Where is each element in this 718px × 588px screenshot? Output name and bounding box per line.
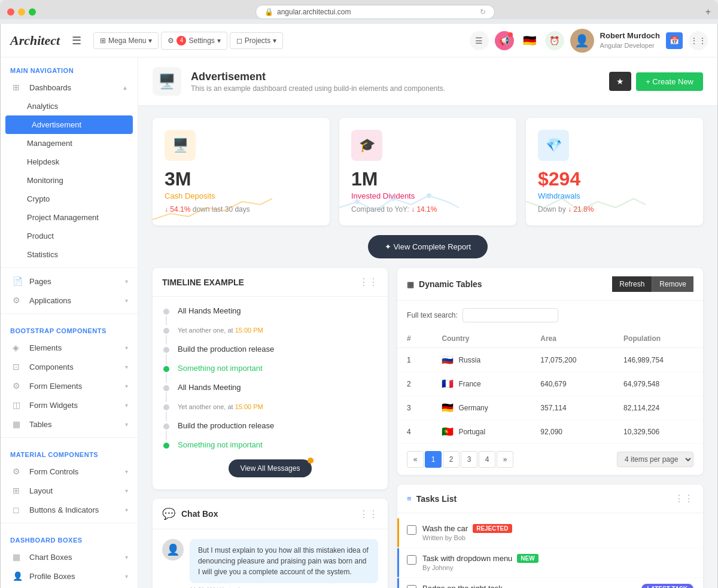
projects-btn[interactable]: ◻ Projects ▾ xyxy=(230,32,283,49)
task-checkbox[interactable] xyxy=(407,585,416,588)
sidebar-item-buttons[interactable]: ◻ Buttons & Indicators ▾ xyxy=(1,500,138,519)
panels-row: TIMELINE EXAMPLE ⋮⋮ All Hands Meeting xyxy=(138,268,717,588)
sidebar-item-tables[interactable]: ▦ Tables ▾ xyxy=(1,415,138,434)
timeline-content: Build the production release xyxy=(178,345,378,354)
view-report-btn[interactable]: ✦ View Complete Report xyxy=(368,235,488,258)
sidebar-item-layout[interactable]: ⊞ Layout ▾ xyxy=(1,481,138,500)
close-dot[interactable] xyxy=(7,8,14,16)
cell-area: 92,090 xyxy=(531,420,614,444)
page-4-btn[interactable]: 4 xyxy=(479,451,495,468)
stat-card-cash: 🖥️ 3M Cash Deposits ↓ 54.1% down last 30… xyxy=(153,118,330,226)
material-section-label: MATERIAL COMPONENTS xyxy=(1,441,138,462)
timeline-line xyxy=(166,431,167,440)
search-row: Full text search: xyxy=(397,301,703,330)
timeline-text: All Hands Meeting xyxy=(178,306,378,315)
sidebar-toggle[interactable]: ☰ xyxy=(72,34,81,47)
timeline-content: All Hands Meeting xyxy=(178,383,378,392)
col-population: Population xyxy=(614,330,703,348)
search-input[interactable] xyxy=(463,308,558,322)
grid-icon[interactable]: ⋮⋮ xyxy=(359,508,378,520)
menu-icon-btn[interactable]: ☰ xyxy=(470,31,489,50)
user-role: Angular Developer xyxy=(600,41,660,50)
bootstrap-section-label: BOOTSTRAP COMPONENTS xyxy=(1,318,138,338)
view-all-btn[interactable]: View All Messages xyxy=(229,459,312,477)
refresh-btn[interactable]: Refresh xyxy=(612,276,652,292)
divider xyxy=(1,313,138,314)
page-2-btn[interactable]: 2 xyxy=(443,451,460,468)
sidebar-item-form-controls[interactable]: ⚙ Form Controls ▾ xyxy=(1,462,138,481)
notification-dot xyxy=(508,32,513,37)
svg-point-1 xyxy=(391,196,395,201)
timeline-card-header: TIMELINE EXAMPLE ⋮⋮ xyxy=(153,268,388,297)
sidebar-item-dashboards[interactable]: ⊞ Dashboards ▲ xyxy=(1,78,138,97)
data-table: # Country Area Population 1 xyxy=(397,330,703,444)
sidebar-item-form-elements[interactable]: ⚙ Form Elements ▾ xyxy=(1,376,138,395)
stat-icon-cash: 🖥️ xyxy=(165,130,196,161)
stats-row: 🖥️ 3M Cash Deposits ↓ 54.1% down last 30… xyxy=(138,106,717,226)
minimize-dot[interactable] xyxy=(18,8,25,16)
table-row: 2 🇫🇷France 640,679 64,979,548 xyxy=(397,372,703,396)
sidebar-item-helpdesk[interactable]: Helpdesk xyxy=(1,153,138,171)
page-1-btn[interactable]: 1 xyxy=(425,451,442,468)
badge-rejected: REJECTED xyxy=(473,524,512,533)
timeline-dot xyxy=(162,422,171,431)
sidebar-item-chart-boxes[interactable]: ▦ Chart Boxes ▾ xyxy=(1,547,138,566)
table-header-left: ▦ Dynamic Tables xyxy=(407,279,482,289)
task-item: Wash the car REJECTED Written by Bob xyxy=(397,518,703,548)
mega-menu-btn[interactable]: ⊞ Mega Menu ▾ xyxy=(93,32,159,49)
star-btn[interactable]: ★ xyxy=(609,72,631,91)
task-checkbox[interactable] xyxy=(407,555,416,565)
dynamic-table-card: ▦ Dynamic Tables Refresh Remove Full tex… xyxy=(397,268,703,475)
sidebar-item-analytics[interactable]: Analytics xyxy=(1,97,138,115)
chevron-icon: ▾ xyxy=(217,36,221,45)
sidebar-item-components[interactable]: ⊡ Components ▾ xyxy=(1,357,138,376)
timeline-dot xyxy=(162,327,171,335)
maximize-dot[interactable] xyxy=(29,8,36,16)
chevron-down-icon: ▾ xyxy=(125,421,128,428)
profile-boxes-icon: 👤 xyxy=(13,571,23,581)
page-3-btn[interactable]: 3 xyxy=(461,451,477,468)
task-checkbox[interactable] xyxy=(407,525,416,535)
sidebar-item-pages[interactable]: 📄 Pages ▾ xyxy=(1,272,138,291)
sidebar-item-profile-boxes[interactable]: 👤 Profile Boxes ▾ xyxy=(1,566,138,586)
cell-area: 640,679 xyxy=(531,372,614,396)
sidebar-item-form-widgets[interactable]: ◫ Form Widgets ▾ xyxy=(1,395,138,415)
sidebar-item-monitoring[interactable]: Monitoring xyxy=(1,171,138,190)
tasks-header-left: ≡ Tasks List xyxy=(407,494,457,504)
sidebar-item-project-mgmt[interactable]: Project Management xyxy=(1,208,138,227)
grid-icon[interactable]: ⋮⋮ xyxy=(359,276,378,288)
settings-btn[interactable]: ⚙ 4 Settings ▾ xyxy=(161,32,227,50)
cell-area: 17,075,200 xyxy=(531,348,614,372)
prev-page-btn[interactable]: « xyxy=(407,451,424,468)
timeline-important: Something not important xyxy=(178,364,378,373)
notification-btn[interactable]: 📢 xyxy=(495,31,514,50)
next-page-btn[interactable]: » xyxy=(497,451,513,468)
top-header: Architect ☰ ⊞ Mega Menu ▾ ⚙ 4 Settings ▾… xyxy=(1,24,717,57)
user-avatar[interactable]: 👤 xyxy=(570,29,594,53)
more-options-btn[interactable]: ⋮⋮ xyxy=(689,31,708,50)
sidebar-item-applications[interactable]: ⚙ Applications ▾ xyxy=(1,291,138,310)
remove-btn[interactable]: Remove xyxy=(652,276,693,292)
address-bar[interactable]: 🔒 angular.architectui.com ↻ xyxy=(255,5,495,19)
grid-icon[interactable]: ⋮⋮ xyxy=(674,493,693,504)
new-tab-icon[interactable]: + xyxy=(705,7,711,17)
sidebar-item-management[interactable]: Management xyxy=(1,134,138,153)
timeline-item: Build the production release xyxy=(162,345,378,354)
per-page-select[interactable]: 4 items per page xyxy=(617,452,693,467)
clock-icon-btn[interactable]: ⏰ xyxy=(545,31,564,50)
sidebar-item-advertisement[interactable]: Advertisement xyxy=(5,115,133,134)
user-info: Robert Murdoch Angular Developer xyxy=(600,31,660,50)
language-selector[interactable]: 🇩🇪 xyxy=(520,31,539,50)
timeline-dot xyxy=(162,346,171,354)
create-new-btn[interactable]: + Create New xyxy=(636,72,703,91)
col-num: # xyxy=(397,330,432,348)
refresh-icon[interactable]: ↻ xyxy=(480,8,486,16)
projects-icon: ◻ xyxy=(236,36,242,45)
sidebar-item-statistics[interactable]: Statistics xyxy=(1,245,138,264)
sidebar-item-elements[interactable]: ◈ Elements ▾ xyxy=(1,338,138,357)
sidebar-item-crypto[interactable]: Crypto xyxy=(1,190,138,208)
calendar-btn[interactable]: 📅 xyxy=(666,32,683,49)
sidebar-item-product[interactable]: Product xyxy=(1,227,138,245)
chat-bubble: But I must explain to you how all this m… xyxy=(190,539,378,583)
table-row: 3 🇩🇪Germany 357,114 82,114,224 xyxy=(397,396,703,420)
